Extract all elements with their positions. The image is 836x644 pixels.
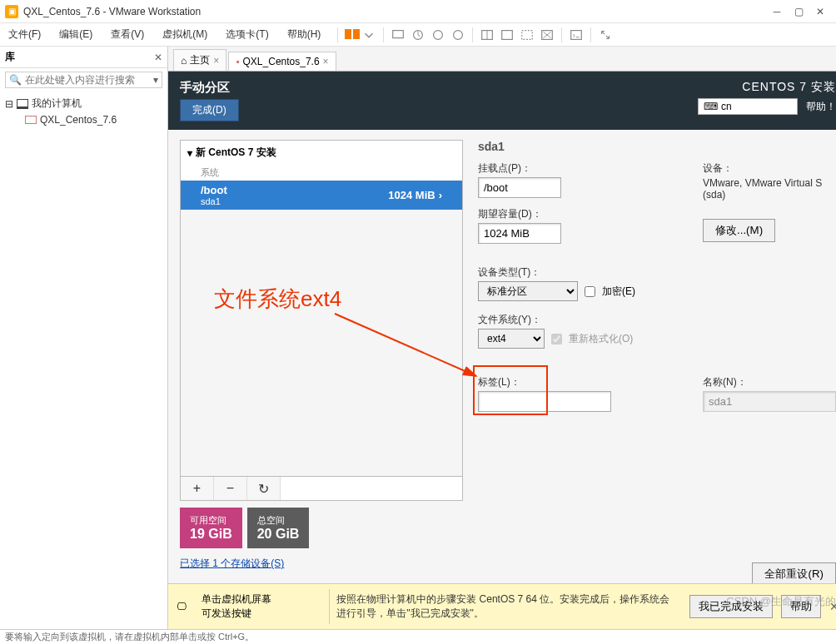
partlist-subhead: 系统 xyxy=(181,165,462,181)
total-space-label: 总空间 xyxy=(257,514,300,527)
remove-partition-button[interactable]: − xyxy=(214,477,247,500)
window-title: QXL_Centos_7.6 - VMware Workstation xyxy=(23,6,771,17)
add-partition-button[interactable]: + xyxy=(181,477,214,500)
name-label: 名称(N)： xyxy=(703,375,836,389)
status-bar: 要将输入定向到该虚拟机，请在虚拟机内部单击或按 Ctrl+G。 xyxy=(0,629,836,644)
yellowbar-hint1: 单击虚拟机屏幕 可发送按键 xyxy=(195,589,321,624)
yellowbar-close-icon[interactable]: ✕ xyxy=(829,600,836,613)
tab-vm-close-icon[interactable]: × xyxy=(323,56,329,67)
menu-file[interactable]: 文件(F) xyxy=(5,26,44,43)
partition-name: /boot xyxy=(201,184,227,196)
total-space-box: 总空间 20 GiB xyxy=(247,508,310,548)
sidebar-root-node[interactable]: ⊟ 我的计算机 xyxy=(5,95,162,112)
maximize-icon[interactable]: ▢ xyxy=(793,6,804,17)
menu-vm[interactable]: 虚拟机(M) xyxy=(159,26,211,43)
tree-collapse-icon[interactable]: ⊟ xyxy=(5,98,13,110)
toolbar-fit-icon[interactable] xyxy=(520,27,535,42)
sidebar-vm-node[interactable]: QXL_Centos_7.6 xyxy=(25,112,162,127)
toolbar-snapshot-icon[interactable] xyxy=(411,27,425,42)
sidebar-header: 库 xyxy=(5,50,154,64)
name-input xyxy=(703,391,836,412)
home-icon: ⌂ xyxy=(181,55,187,67)
svg-line-10 xyxy=(335,314,476,376)
keyboard-selector[interactable]: ⌨ cn xyxy=(698,98,798,115)
computer-icon xyxy=(17,99,28,109)
highlight-box xyxy=(473,365,548,415)
mountpoint-label: 挂载点(P)： xyxy=(478,161,669,176)
svg-rect-7 xyxy=(522,30,533,39)
annotation-arrow-icon xyxy=(331,310,489,393)
partition-device: sda1 xyxy=(201,196,227,206)
sidebar-close-icon[interactable]: ✕ xyxy=(154,52,162,63)
os-name-label: CENTOS 7 安装 xyxy=(698,80,836,95)
partition-row[interactable]: /boot sda1 1024 MiB › xyxy=(181,181,462,210)
available-space-value: 19 GiB xyxy=(190,527,232,542)
svg-rect-9 xyxy=(571,30,582,39)
partition-size: 1024 MiB xyxy=(388,189,435,201)
tab-vm[interactable]: ▪ QXL_Centos_7.6 × xyxy=(228,52,336,71)
devtype-label: 设备类型(T)： xyxy=(478,265,669,280)
reformat-checkbox-label: 重新格式化(O) xyxy=(551,332,633,346)
device-name-heading: sda1 xyxy=(478,140,836,153)
menu-tabs[interactable]: 选项卡(T) xyxy=(222,26,271,43)
toolbar-dropdown-icon[interactable] xyxy=(361,27,376,42)
mountpoint-input[interactable] xyxy=(478,177,561,198)
svg-point-2 xyxy=(434,30,443,39)
yellowbar-hint2: 按照在物理计算机中的步骤安装 CentOS 7 64 位。安装完成后，操作系统会… xyxy=(329,589,681,624)
toolbar-clock2-icon[interactable] xyxy=(450,27,465,42)
vm-icon xyxy=(25,116,37,124)
menu-edit[interactable]: 编辑(E) xyxy=(56,26,96,43)
menu-help[interactable]: 帮助(H) xyxy=(284,26,325,43)
partlist-header[interactable]: ▾ 新 CentOS 7 安装 xyxy=(181,141,462,165)
devtype-select[interactable]: 标准分区 xyxy=(478,281,578,301)
storage-link[interactable]: 已选择 1 个存储设备(S) xyxy=(180,557,463,571)
toolbar-fullscreen-icon[interactable] xyxy=(480,27,495,42)
pause-icon[interactable] xyxy=(345,29,356,41)
toolbar-stretch-icon[interactable] xyxy=(540,27,555,42)
svg-rect-6 xyxy=(502,30,513,39)
modify-button[interactable]: 修改...(M) xyxy=(703,219,775,242)
toolbar-monitor-icon[interactable] xyxy=(391,27,406,42)
reset-all-button[interactable]: 全部重设(R) xyxy=(752,562,836,586)
device-label: 设备： xyxy=(703,161,836,176)
keyboard-icon: ⌨ xyxy=(704,101,718,112)
capacity-label: 期望容量(D)： xyxy=(478,207,669,221)
tab-home[interactable]: ⌂ 主页 × xyxy=(173,49,226,71)
vm-tab-icon: ▪ xyxy=(236,56,239,67)
done-install-button[interactable]: 我已完成安装 xyxy=(689,595,773,618)
help-link[interactable]: 帮助！ xyxy=(806,100,836,114)
toolbar-expand-icon[interactable] xyxy=(598,27,613,42)
available-space-box: 可用空间 19 GiB xyxy=(180,508,242,548)
search-input[interactable] xyxy=(25,74,150,86)
tab-vm-label: QXL_Centos_7.6 xyxy=(243,56,320,67)
fs-label: 文件系统(Y)： xyxy=(478,313,669,327)
sidebar-root-label: 我的计算机 xyxy=(32,97,82,111)
sidebar-search[interactable]: 🔍 ▾ xyxy=(5,72,162,88)
annotation-text: 文件系统ext4 xyxy=(214,285,341,314)
search-dropdown-icon[interactable]: ▾ xyxy=(153,74,158,86)
installer-header-title: 手动分区 xyxy=(180,80,239,96)
capacity-input[interactable] xyxy=(478,223,561,244)
minimize-icon[interactable]: ─ xyxy=(771,6,783,17)
device-value: VMware, VMware Virtual S (sda) xyxy=(703,177,836,201)
close-icon[interactable]: ✕ xyxy=(814,6,826,17)
search-icon: 🔍 xyxy=(9,74,22,86)
toolbar-unity-icon[interactable] xyxy=(500,27,515,42)
svg-point-3 xyxy=(454,30,463,39)
menu-view[interactable]: 查看(V) xyxy=(107,26,147,43)
chevron-right-icon: › xyxy=(439,189,442,201)
tab-home-label: 主页 xyxy=(190,53,210,67)
tab-home-close-icon[interactable]: × xyxy=(213,55,219,67)
sidebar-vm-label: QXL_Centos_7.6 xyxy=(40,114,117,126)
help-button[interactable]: 帮助 xyxy=(781,595,821,618)
toolbar-clock1-icon[interactable] xyxy=(430,27,445,42)
collapse-arrow-icon: ▾ xyxy=(187,147,192,159)
keyboard-value: cn xyxy=(721,101,732,112)
encrypt-checkbox-label[interactable]: 加密(E) xyxy=(585,285,635,299)
done-button[interactable]: 完成(D) xyxy=(180,99,239,121)
encrypt-checkbox[interactable] xyxy=(585,286,595,297)
reload-button[interactable]: ↻ xyxy=(247,477,281,500)
reformat-checkbox xyxy=(551,334,562,344)
toolbar-console-icon[interactable] xyxy=(569,27,584,42)
available-space-label: 可用空间 xyxy=(190,514,232,527)
